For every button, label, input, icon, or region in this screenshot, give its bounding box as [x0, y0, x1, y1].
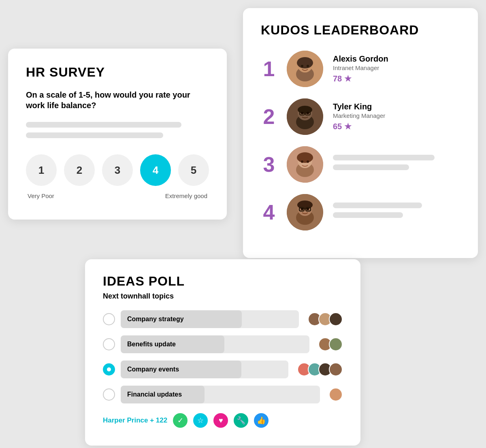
- ideas-poll-card: IDEAS POLL Next townhall topics Company …: [85, 259, 360, 446]
- avatar-3: [287, 146, 323, 183]
- leaderboard-entry-2: 2 Tyler King Marketing Manager 65 ★: [261, 98, 460, 135]
- kudos-leaderboard-card: KUDOS LEADERBOARD 1 Alexis Gordon Intran…: [243, 8, 478, 258]
- svg-point-10: [301, 112, 303, 114]
- poll-option-2: Benefits update: [103, 335, 343, 353]
- svg-point-3: [297, 57, 313, 68]
- score-value-1: 78: [333, 74, 342, 83]
- svg-point-5: [307, 65, 309, 67]
- rank-3: 3: [261, 154, 277, 175]
- poll-avatar-1c: [329, 312, 343, 326]
- poll-avatar-2b: [329, 337, 343, 351]
- placeholder-line-1: [26, 122, 181, 128]
- placeholder-line-2: [26, 132, 163, 138]
- ph-name-3: [333, 155, 435, 160]
- kudos-score-1: 78 ★: [333, 74, 460, 83]
- svg-point-4: [301, 65, 303, 67]
- ideas-poll-subtitle: Next townhall topics: [103, 292, 343, 301]
- kudos-star-2: ★: [344, 122, 352, 131]
- poll-bar-bg-2: Benefits update: [121, 335, 309, 353]
- kudos-star-1: ★: [344, 74, 352, 83]
- poll-bar-bg-1: Company strategy: [121, 310, 299, 328]
- poll-option-label-3: Company events: [127, 366, 179, 373]
- person-role-1: Intranet Manager: [333, 64, 460, 71]
- person-name-2: Tyler King: [333, 102, 460, 111]
- person-info-2: Tyler King Marketing Manager 65 ★: [333, 102, 460, 131]
- radio-3[interactable]: [103, 363, 115, 375]
- leaderboard-entry-3: 3: [261, 146, 460, 183]
- ph-role-4: [333, 212, 403, 218]
- radio-1[interactable]: [103, 313, 115, 325]
- icon-check[interactable]: ✓: [173, 413, 188, 428]
- ph-role-3: [333, 164, 409, 170]
- person-role-2: Marketing Manager: [333, 112, 460, 119]
- poll-bar-3: Company events: [121, 361, 288, 378]
- rank-4: 4: [261, 202, 277, 223]
- poll-option-label-2: Benefits update: [127, 341, 176, 348]
- radio-4[interactable]: [103, 388, 115, 401]
- poll-option-4: Financial updates: [103, 386, 343, 403]
- ph-name-4: [333, 203, 422, 208]
- poll-avatars-3: [297, 363, 343, 376]
- rating-labels: Very Poor Extremely good: [26, 192, 209, 199]
- kudos-title: KUDOS LEADERBOARD: [261, 23, 460, 38]
- poll-bar-4: Financial updates: [121, 386, 320, 403]
- person-name-1: Alexis Gordon: [333, 54, 460, 64]
- poll-bar-bg-4: Financial updates: [121, 386, 320, 403]
- rank-2: 2: [261, 106, 277, 127]
- radio-2[interactable]: [103, 338, 115, 350]
- svg-point-11: [307, 112, 309, 114]
- icon-tool[interactable]: 🔧: [234, 413, 248, 428]
- hr-survey-placeholder: [26, 122, 209, 138]
- icon-heart[interactable]: ♥: [213, 413, 228, 428]
- person-info-1: Alexis Gordon Intranet Manager 78 ★: [333, 54, 460, 83]
- label-low: Very Poor: [28, 192, 54, 199]
- score-value-2: 65: [333, 122, 342, 131]
- poll-option-label-4: Financial updates: [127, 391, 182, 398]
- footer-name: Harper Prince + 122: [103, 416, 167, 425]
- svg-point-18: [297, 152, 313, 163]
- hr-survey-question: On a scale of 1-5, how would you rate yo…: [26, 90, 209, 111]
- avatar-tyler: [287, 98, 323, 135]
- svg-point-19: [301, 160, 303, 163]
- svg-point-26: [307, 208, 309, 210]
- leaderboard-entry-4: 4: [261, 194, 460, 230]
- poll-avatar-3d: [329, 363, 343, 376]
- poll-avatars-2: [318, 337, 343, 351]
- poll-avatar-4a: [329, 388, 343, 401]
- svg-point-25: [301, 208, 303, 210]
- icon-star[interactable]: ☆: [193, 413, 208, 428]
- poll-option-3: Company events: [103, 361, 343, 378]
- rating-buttons: 1 2 3 4 5: [26, 154, 209, 186]
- person-info-4: [333, 203, 460, 222]
- rating-4[interactable]: 4: [140, 154, 171, 186]
- avatar-alexis: [287, 51, 323, 87]
- poll-avatars-4: [329, 388, 343, 401]
- poll-bar-1: Company strategy: [121, 310, 299, 328]
- poll-option-1: Company strategy: [103, 310, 343, 328]
- rating-1[interactable]: 1: [26, 154, 57, 186]
- poll-avatars-1: [308, 312, 343, 326]
- label-high: Extremely good: [165, 192, 207, 199]
- poll-option-label-1: Company strategy: [127, 316, 184, 323]
- rating-3[interactable]: 3: [102, 154, 133, 186]
- hr-survey-title: HR SURVEY: [26, 65, 209, 80]
- kudos-score-2: 65 ★: [333, 122, 460, 131]
- avatar-4: [287, 194, 323, 230]
- person-info-3: [333, 155, 460, 174]
- poll-bar-bg-3: Company events: [121, 361, 288, 378]
- leaderboard-entry-1: 1 Alexis Gordon Intranet Manager 78 ★: [261, 51, 460, 87]
- poll-footer: Harper Prince + 122 ✓ ☆ ♥ 🔧 👍: [103, 413, 343, 428]
- rating-5[interactable]: 5: [178, 154, 209, 186]
- poll-bar-2: Benefits update: [121, 335, 309, 353]
- icon-thumb[interactable]: 👍: [254, 413, 269, 428]
- rank-1: 1: [261, 58, 277, 79]
- svg-point-20: [307, 160, 309, 163]
- ideas-poll-title: IDEAS POLL: [103, 274, 343, 289]
- rating-2[interactable]: 2: [64, 154, 95, 186]
- hr-survey-card: HR SURVEY On a scale of 1-5, how would y…: [8, 49, 227, 220]
